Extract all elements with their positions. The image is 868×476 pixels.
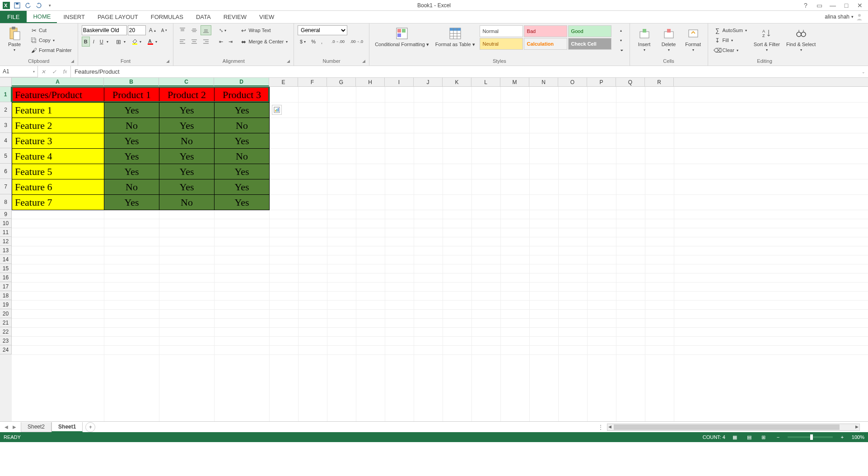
help-button[interactable]: ? (800, 1, 811, 9)
tab-review[interactable]: REVIEW (217, 10, 253, 23)
header-cell[interactable]: Product 1 (104, 87, 159, 103)
header-cell[interactable]: Features/Product (12, 87, 104, 103)
new-sheet-button[interactable]: + (85, 422, 95, 432)
row-header-11[interactable]: 11 (0, 228, 12, 237)
qat-customize-button[interactable]: ▾ (45, 1, 54, 10)
row-header-19[interactable]: 19 (0, 300, 12, 309)
zoom-level[interactable]: 100% (852, 434, 864, 440)
name-box[interactable]: A1▾ (0, 66, 38, 77)
value-cell[interactable]: Yes (159, 164, 215, 179)
sheet-tab-sheet2[interactable]: Sheet2 (21, 422, 51, 432)
redo-button[interactable] (34, 1, 43, 10)
number-format-select[interactable]: General (298, 25, 347, 35)
feature-cell[interactable]: Feature 4 (12, 149, 104, 164)
increase-decimal-button[interactable]: .0→.00 (329, 37, 347, 47)
row-header-23[interactable]: 23 (0, 336, 12, 345)
increase-font-button[interactable]: A▴ (147, 25, 158, 35)
row-header-10[interactable]: 10 (0, 219, 12, 228)
format-painter-button[interactable]: 🖌Format Painter (28, 45, 74, 55)
conditional-formatting-button[interactable]: Conditional Formatting ▾ (373, 25, 431, 48)
value-cell[interactable]: Yes (104, 103, 159, 118)
feature-cell[interactable]: Feature 3 (12, 133, 104, 149)
feature-cell[interactable]: Feature 6 (12, 179, 104, 195)
font-name-input[interactable] (82, 25, 127, 35)
row-header-16[interactable]: 16 (0, 273, 12, 282)
style-normal[interactable]: Normal (480, 25, 523, 37)
row-header-12[interactable]: 12 (0, 237, 12, 246)
feature-cell[interactable]: Feature 2 (12, 118, 104, 133)
tab-split-handle[interactable]: ⋮ (594, 424, 607, 430)
row-header-21[interactable]: 21 (0, 318, 12, 327)
tab-file[interactable]: FILE (0, 10, 27, 23)
align-right-button[interactable] (201, 37, 211, 47)
feature-cell[interactable]: Feature 5 (12, 164, 104, 179)
hscroll-thumb[interactable] (614, 424, 840, 430)
style-bad[interactable]: Bad (524, 25, 567, 37)
col-header-M[interactable]: M (500, 78, 529, 86)
header-cell[interactable]: Product 2 (159, 87, 215, 103)
value-cell[interactable]: Yes (104, 149, 159, 164)
percent-format-button[interactable]: % (309, 37, 318, 47)
row-header-18[interactable]: 18 (0, 291, 12, 300)
sheet-nav-next[interactable]: ▶ (11, 424, 18, 431)
tab-formulas[interactable]: FORMULAS (145, 10, 190, 23)
col-header-Q[interactable]: Q (616, 78, 645, 86)
font-size-input[interactable] (128, 25, 146, 35)
clear-button[interactable]: ⌫Clear▾ (712, 45, 749, 55)
row-header-24[interactable]: 24 (0, 345, 12, 354)
increase-indent-button[interactable]: ⇥ (226, 37, 235, 47)
value-cell[interactable]: No (104, 118, 159, 133)
value-cell[interactable]: Yes (159, 118, 215, 133)
value-cell[interactable]: Yes (215, 133, 270, 149)
row-header-5[interactable]: 5 (0, 148, 12, 164)
value-cell[interactable]: Yes (104, 133, 159, 149)
underline-button[interactable]: U (98, 37, 106, 47)
formula-input[interactable]: Features/Product (71, 66, 859, 77)
value-cell[interactable]: No (104, 179, 159, 195)
row-header-2[interactable]: 2 (0, 102, 12, 118)
view-normal-button[interactable]: ▦ (730, 434, 740, 441)
row-header-7[interactable]: 7 (0, 179, 12, 194)
select-all-button[interactable] (0, 78, 12, 86)
maximize-button[interactable]: □ (841, 1, 852, 9)
row-header-8[interactable]: 8 (0, 194, 12, 210)
row-header-13[interactable]: 13 (0, 246, 12, 255)
cut-button[interactable]: ✂Cut (28, 25, 74, 35)
horizontal-scrollbar[interactable]: ◀ ▶ (607, 424, 860, 431)
header-cell[interactable]: Product 3 (215, 87, 270, 103)
value-cell[interactable]: Yes (215, 103, 270, 118)
tab-insert[interactable]: INSERT (57, 10, 91, 23)
paste-button[interactable]: Paste ▾ (4, 25, 25, 53)
tab-home[interactable]: HOME (27, 10, 57, 23)
wrap-text-button[interactable]: ↩Wrap Text (238, 25, 290, 35)
bold-button[interactable]: B (82, 37, 90, 47)
decrease-decimal-button[interactable]: .00→.0 (348, 37, 365, 47)
row-header-4[interactable]: 4 (0, 133, 12, 148)
feature-cell[interactable]: Feature 1 (12, 103, 104, 118)
col-header-P[interactable]: P (587, 78, 616, 86)
styles-scroll-down[interactable]: ▾ (618, 35, 626, 45)
delete-cells-button[interactable]: Delete▾ (658, 25, 680, 53)
value-cell[interactable]: No (215, 149, 270, 164)
value-cell[interactable]: Yes (104, 195, 159, 210)
col-header-K[interactable]: K (443, 78, 471, 86)
col-header-G[interactable]: G (327, 78, 356, 86)
value-cell[interactable]: Yes (215, 179, 270, 195)
merge-center-button[interactable]: ⬌Merge & Center▾ (238, 37, 290, 47)
expand-formula-bar-button[interactable]: ⌄ (859, 70, 868, 74)
align-middle-button[interactable] (189, 25, 200, 35)
decrease-indent-button[interactable]: ⇤ (217, 37, 225, 47)
col-header-F[interactable]: F (298, 78, 327, 86)
value-cell[interactable]: No (215, 118, 270, 133)
align-center-button[interactable] (189, 37, 200, 47)
col-header-E[interactable]: E (269, 78, 298, 86)
borders-button[interactable]: ⊞▾ (113, 37, 128, 47)
align-bottom-button[interactable] (201, 25, 211, 35)
row-header-3[interactable]: 3 (0, 118, 12, 133)
value-cell[interactable]: Yes (159, 179, 215, 195)
accounting-format-button[interactable]: $▾ (298, 37, 308, 47)
align-top-button[interactable] (177, 25, 188, 35)
row-header-14[interactable]: 14 (0, 255, 12, 264)
enter-formula-button[interactable]: ✓ (49, 66, 60, 77)
italic-button[interactable]: I (91, 37, 97, 47)
